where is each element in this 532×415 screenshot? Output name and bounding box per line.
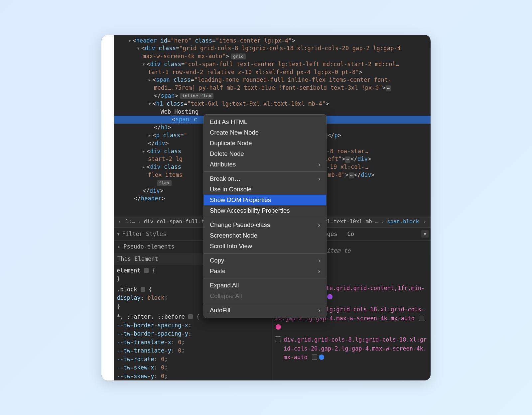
- css-value[interactable]: 0: [161, 356, 164, 363]
- devtools-window: ▾<header id="hero" class="items-center l…: [101, 35, 431, 380]
- grid-toggle-icon[interactable]: [419, 316, 424, 321]
- grid-toggle-icon[interactable]: [312, 355, 317, 360]
- collapsed-icon[interactable]: ⋯: [345, 156, 350, 162]
- css-value[interactable]: 0: [161, 364, 164, 371]
- dom-node[interactable]: ▸<span class="leading-none rounded-full …: [114, 76, 431, 84]
- pseudo-elements-label: Pseudo-elements: [123, 243, 175, 250]
- breadcrumb-prev-icon[interactable]: ‹: [116, 218, 124, 225]
- css-property[interactable]: --tw-border-spacing-y: [117, 330, 188, 337]
- grid-selector-text: div.grid.grid-cols-8.lg:grid-cols-18.xl:…: [284, 336, 427, 361]
- color-swatch-icon[interactable]: [319, 355, 324, 360]
- selector-chip-icon: [144, 268, 149, 273]
- caret-right-icon: ▸: [117, 243, 121, 250]
- ctx-show-accessibility[interactable]: Show Accessibility Properties: [204, 205, 326, 216]
- breadcrumb-next-icon[interactable]: ›: [421, 218, 429, 225]
- rule-selector[interactable]: .block: [117, 286, 137, 293]
- dom-node-cont[interactable]: medi….75rem] py-half mb-2 text-blue !fon…: [114, 84, 431, 92]
- css-property[interactable]: --tw-skew-x: [117, 364, 154, 371]
- grid-overlay-row[interactable]: div.grid.grid-cols-8.lg:grid-cols-18.xl:…: [275, 335, 428, 362]
- layout-badge[interactable]: inline-flex: [180, 93, 213, 99]
- collapsed-icon[interactable]: ⋯: [386, 85, 391, 91]
- filter-icon: ▾: [117, 231, 120, 237]
- menu-separator: [204, 278, 326, 278]
- ctx-create-node[interactable]: Create New Node: [204, 127, 326, 138]
- css-property[interactable]: --tw-translate-x: [117, 339, 171, 346]
- ctx-label: Attributes: [210, 161, 236, 168]
- layout-badge[interactable]: grid: [231, 53, 246, 59]
- breadcrumb-item[interactable]: l:…: [124, 218, 137, 225]
- ctx-label: AutoFill: [210, 307, 230, 314]
- ctx-label: Change Pseudo-class: [210, 221, 270, 229]
- ctx-duplicate-node[interactable]: Duplicate Node: [204, 138, 326, 149]
- menu-separator: [204, 253, 326, 254]
- submenu-arrow-icon: ›: [318, 221, 320, 229]
- ctx-screenshot-node[interactable]: Screenshot Node: [204, 230, 326, 241]
- css-value[interactable]: 0: [178, 347, 181, 354]
- caret-down-icon[interactable]: ▾: [137, 45, 141, 52]
- css-value[interactable]: block: [147, 294, 164, 301]
- tabs-overflow-icon[interactable]: ▾: [421, 230, 429, 238]
- tab-more[interactable]: Co: [345, 231, 356, 237]
- ctx-paste[interactable]: Paste›: [204, 266, 326, 276]
- left-gutter: [101, 35, 114, 380]
- submenu-arrow-icon: ›: [318, 175, 320, 182]
- css-property[interactable]: --tw-border-spacing-x: [117, 322, 188, 329]
- filter-styles-input[interactable]: Filter Styles: [122, 231, 166, 237]
- submenu-arrow-icon: ›: [318, 161, 320, 168]
- color-swatch-icon[interactable]: [276, 324, 281, 330]
- css-property[interactable]: --tw-rotate: [117, 356, 154, 363]
- selector-chip-icon: [141, 287, 145, 292]
- menu-separator: [204, 171, 326, 172]
- breadcrumb-item[interactable]: xl:text-10xl.mb-…: [322, 218, 380, 225]
- caret-right-icon[interactable]: ▸: [148, 76, 153, 84]
- css-property[interactable]: --tw-skew-y: [117, 373, 154, 379]
- checkbox[interactable]: [275, 336, 281, 342]
- chevron-right-icon: ›: [137, 218, 142, 225]
- ctx-edit-as-html[interactable]: Edit As HTML: [204, 117, 326, 127]
- dom-node-cont[interactable]: max-w-screen-4k mx-auto">grid: [114, 52, 431, 60]
- caret-right-icon[interactable]: ▸: [142, 148, 147, 156]
- layout-badge[interactable]: flex: [157, 180, 172, 186]
- rule-selector[interactable]: element: [117, 267, 141, 274]
- ctx-expand-all[interactable]: Expand All: [204, 280, 326, 291]
- ctx-copy[interactable]: Copy›: [204, 255, 326, 266]
- css-property[interactable]: display: [117, 294, 141, 301]
- chevron-right-icon: ›: [380, 218, 385, 225]
- dom-node-cont[interactable]: tart-1 row-end-2 relative z-10 xl:self-e…: [114, 68, 431, 76]
- context-menu: Edit As HTML Create New Node Duplicate N…: [203, 114, 327, 318]
- ctx-use-in-console[interactable]: Use in Console: [204, 184, 326, 195]
- css-value[interactable]: 0: [161, 373, 164, 379]
- menu-separator: [204, 218, 326, 218]
- css-value[interactable]: 0: [178, 339, 181, 346]
- color-swatch-icon[interactable]: [327, 294, 332, 299]
- ctx-label: Copy: [210, 257, 224, 264]
- ctx-change-pseudo[interactable]: Change Pseudo-class›: [204, 220, 326, 230]
- collapsed-icon[interactable]: ⋯: [349, 172, 354, 178]
- caret-right-icon[interactable]: ▸: [148, 132, 153, 140]
- submenu-arrow-icon: ›: [318, 257, 320, 264]
- ctx-delete-node[interactable]: Delete Node: [204, 149, 326, 159]
- dom-node[interactable]: ▾<h1 class="text-6xl lg:text-9xl xl:text…: [114, 100, 431, 108]
- dom-node[interactable]: ▾<div class="grid grid-cols-8 lg:grid-co…: [114, 45, 431, 52]
- ctx-break-on[interactable]: Break on…›: [204, 173, 326, 184]
- dom-node[interactable]: ▾<div class="col-span-full text-center l…: [114, 60, 431, 68]
- breadcrumb-item[interactable]: div.col-span-full.tex: [142, 218, 213, 225]
- caret-down-icon[interactable]: ▾: [128, 37, 133, 45]
- dom-node-close[interactable]: </span>inline-flex: [114, 92, 431, 100]
- ctx-label: Break on…: [210, 175, 241, 182]
- ctx-label: Paste: [210, 267, 225, 275]
- ctx-scroll-into-view[interactable]: Scroll Into View: [204, 241, 326, 252]
- ctx-collapse-all[interactable]: Collapse All: [204, 291, 326, 301]
- caret-down-icon[interactable]: ▾: [148, 100, 153, 108]
- ctx-show-dom-properties[interactable]: Show DOM Properties: [204, 195, 326, 205]
- ctx-attributes[interactable]: Attributes›: [204, 159, 326, 170]
- rule-selector[interactable]: *, ::after, ::before: [117, 313, 185, 320]
- css-property[interactable]: --tw-translate-y: [117, 347, 171, 354]
- caret-down-icon[interactable]: ▾: [142, 60, 147, 68]
- dom-node[interactable]: ▾<header id="hero" class="items-center l…: [114, 37, 431, 45]
- submenu-arrow-icon: ›: [318, 267, 320, 275]
- breadcrumb-item-active[interactable]: span.block: [385, 218, 421, 225]
- caret-right-icon[interactable]: ▸: [142, 163, 147, 171]
- ctx-autofill[interactable]: AutoFill›: [204, 305, 326, 316]
- menu-separator: [204, 303, 326, 303]
